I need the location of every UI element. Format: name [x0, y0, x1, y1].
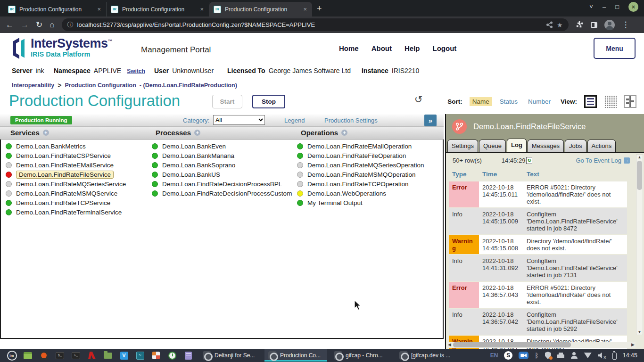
skype-icon[interactable]: S: [504, 351, 512, 360]
operation-item[interactable]: Demo.Loan.FindRateEMailOperation: [297, 141, 424, 151]
site-info-icon[interactable]: ⓘ: [67, 21, 74, 29]
service-item[interactable]: Demo.Loan.FindRateCSPService: [6, 151, 126, 160]
service-item[interactable]: Demo.Loan.FindRateMQSeriesService: [6, 179, 126, 189]
process-item[interactable]: Demo.Loan.BankManana: [152, 151, 292, 160]
video-camera-icon[interactable]: [519, 352, 528, 359]
window-minimize-button[interactable]: –: [603, 3, 606, 10]
detail-tab[interactable]: Actions: [587, 140, 616, 152]
url-text[interactable]: localhost:52773/csp/applive/EnsPortal.Pr…: [77, 21, 315, 28]
operation-item[interactable]: Demo.Loan.FindRateFileOperation: [297, 151, 424, 160]
top-nav-link[interactable]: Logout: [433, 44, 457, 52]
scroll-down-arrow[interactable]: ▼: [636, 330, 643, 334]
detail-tab[interactable]: Jobs: [565, 140, 586, 152]
log-column-header[interactable]: Text: [523, 169, 627, 181]
operation-item[interactable]: Demo.Loan.WebOperations: [297, 189, 424, 198]
tab-close-icon[interactable]: ×: [96, 6, 102, 13]
back-icon[interactable]: ←: [6, 21, 14, 29]
add-operation-button[interactable]: +: [341, 130, 347, 136]
service-item[interactable]: Demo.Loan.BankMetrics: [6, 141, 126, 151]
top-nav-link[interactable]: Home: [339, 44, 359, 52]
process-item[interactable]: Demo.Loan.BankEven: [152, 141, 292, 151]
log-column-header[interactable]: Time: [479, 169, 523, 181]
browser-tab[interactable]: IR Production Configuration ×: [107, 2, 209, 16]
terminal-prompt-icon[interactable]: >_: [70, 350, 82, 361]
horizontal-scrollbar[interactable]: ◀ ▶: [447, 342, 636, 348]
shield-icon[interactable]: [545, 352, 551, 359]
browser-tab[interactable]: IR Production Configuration ×: [209, 2, 312, 16]
operation-item[interactable]: Demo.Loan.FindRateTCPOperation: [297, 179, 424, 189]
switch-namespace-link[interactable]: Switch: [127, 68, 145, 74]
printer-icon[interactable]: [557, 354, 564, 358]
detail-tab[interactable]: Settings: [447, 140, 478, 152]
bluetooth-icon[interactable]: ᛒ: [535, 352, 538, 359]
vertical-scrollbar[interactable]: ▲ ▼: [636, 154, 643, 335]
extensions-puzzle-icon[interactable]: [576, 21, 584, 29]
production-settings-link[interactable]: Production Settings: [324, 117, 378, 124]
reload-icon[interactable]: ↻: [36, 21, 42, 29]
tab-close-icon[interactable]: ×: [302, 6, 308, 13]
orange-app-icon[interactable]: [38, 350, 50, 361]
refresh-icon[interactable]: ↻: [414, 94, 423, 105]
keyboard-layout-indicator[interactable]: EN: [490, 352, 498, 359]
volume-muted-icon[interactable]: [598, 353, 606, 359]
red-app-icon[interactable]: [86, 350, 98, 361]
taskbar-window-button[interactable]: Deltanji for Se...: [199, 349, 262, 362]
address-bar[interactable]: ⓘ localhost:52773/csp/applive/EnsPortal.…: [62, 18, 569, 31]
process-item[interactable]: Demo.Loan.FindRateDecisionProcessBPL: [152, 179, 292, 189]
mint-menu-icon[interactable]: lm: [6, 350, 18, 361]
share-icon[interactable]: [546, 21, 553, 28]
vscode-icon[interactable]: V: [118, 350, 130, 361]
service-item[interactable]: Demo.Loan.FindRateTCPService: [6, 198, 126, 207]
file-manager-icon[interactable]: [102, 350, 114, 361]
service-item[interactable]: Demo.Loan.FindRateFileService: [6, 170, 126, 179]
process-item[interactable]: Demo.Loan.FindRateDecisionProcessCustom: [152, 189, 292, 198]
log-column-header[interactable]: Type: [449, 169, 479, 181]
tab-search-chevron-icon[interactable]: ˅: [589, 3, 593, 10]
top-nav-link[interactable]: Help: [405, 44, 420, 52]
scroll-left-arrow[interactable]: ◀: [448, 342, 451, 348]
detail-tab[interactable]: Queue: [479, 140, 506, 152]
operation-item[interactable]: My Terminal Output: [297, 198, 424, 207]
taskbar-window-button[interactable]: gifcap - Chro...: [330, 349, 393, 362]
add-service-button[interactable]: +: [43, 130, 49, 136]
menu-button[interactable]: Menu: [594, 38, 636, 59]
tab-close-icon[interactable]: ×: [199, 6, 205, 13]
start-button[interactable]: Start: [212, 95, 242, 108]
terminal-icon[interactable]: $_: [54, 350, 66, 361]
operation-item[interactable]: Demo.Loan.FindRateMQSeriesOperation: [297, 160, 424, 170]
add-process-button[interactable]: +: [194, 130, 200, 136]
service-item[interactable]: Demo.Loan.FindRateEMailService: [6, 160, 126, 170]
scroll-right-arrow[interactable]: ▶: [631, 342, 635, 348]
side-panel-icon[interactable]: [591, 22, 597, 28]
calculator-icon[interactable]: [150, 350, 162, 361]
detail-tab[interactable]: Messages: [528, 140, 564, 152]
browser-tab[interactable]: IR Production Configuration ×: [4, 2, 107, 16]
vertical-scroll-thumb[interactable]: [637, 161, 642, 190]
window-list-icon[interactable]: [22, 350, 34, 361]
operation-item[interactable]: Demo.Loan.FindRateMSMQOperation: [297, 170, 424, 179]
service-item[interactable]: Demo.Loan.FindRateMSMQService: [6, 189, 126, 198]
wifi-icon[interactable]: [584, 353, 592, 358]
stop-button[interactable]: Stop: [252, 95, 285, 108]
timeshift-icon[interactable]: [166, 350, 178, 361]
sort-option[interactable]: Name: [470, 97, 492, 106]
sort-option[interactable]: Number: [525, 97, 553, 106]
view-split-icon[interactable]: [624, 95, 636, 108]
go-to-event-log-link[interactable]: Go To Event Log →: [576, 157, 630, 164]
forward-icon[interactable]: →: [21, 21, 29, 29]
detail-tab[interactable]: Log: [507, 139, 527, 152]
legend-link[interactable]: Legend: [284, 117, 305, 124]
top-nav-link[interactable]: About: [372, 44, 392, 52]
taskbar-clock[interactable]: 14:45: [623, 352, 637, 359]
wave-app-icon[interactable]: ~: [134, 350, 146, 361]
category-select[interactable]: All: [213, 115, 265, 125]
horizontal-scroll-thumb[interactable]: [453, 342, 571, 347]
home-icon[interactable]: ⌂: [50, 21, 54, 29]
new-tab-button[interactable]: +: [317, 4, 322, 14]
expand-panel-button[interactable]: »: [424, 115, 437, 126]
profile-avatar[interactable]: [604, 20, 615, 30]
service-item[interactable]: Demo.Loan.FindRateTerminalService: [6, 207, 126, 217]
window-close-button[interactable]: ×: [628, 2, 638, 12]
browser-menu-kebab-icon[interactable]: ⋮: [622, 21, 630, 29]
view-list-icon[interactable]: [584, 95, 597, 108]
